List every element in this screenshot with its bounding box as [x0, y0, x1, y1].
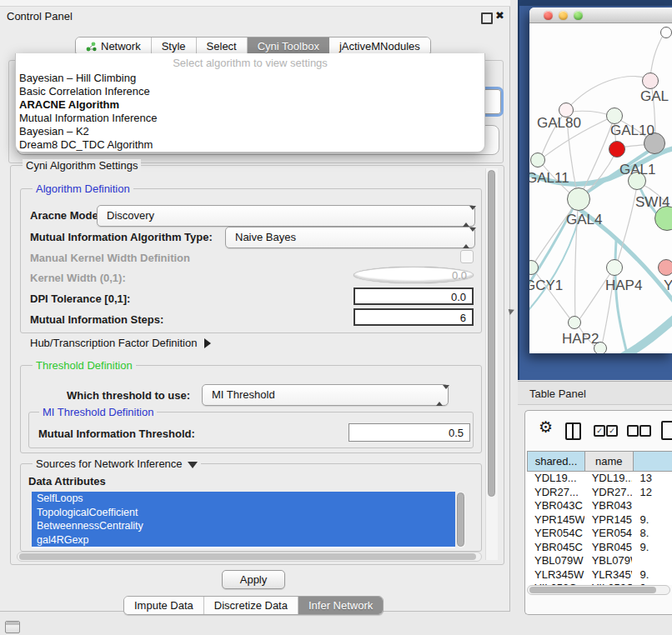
combo-arrows-icon — [436, 389, 444, 401]
mac-close-button[interactable] — [544, 11, 553, 20]
node-label: GAL — [640, 88, 669, 105]
table-header-row: shared...name — [527, 451, 672, 472]
attributes-list-scrollbar[interactable] — [457, 492, 465, 548]
tab-network[interactable]: Network — [76, 38, 152, 55]
apply-button[interactable]: Apply — [222, 570, 285, 589]
table-rows[interactable]: YDL19...YDL19...13YDR27...YDR27...12YBR0… — [527, 472, 672, 585]
kernel-width-label: Kernel Width (0,1): — [30, 272, 126, 284]
algorithm-option[interactable]: ARACNE Algorithm — [18, 98, 481, 112]
select-all-icon[interactable]: ✓ — [606, 425, 618, 437]
file-icon[interactable] — [661, 421, 672, 440]
node-salmon[interactable] — [658, 259, 672, 276]
table-row[interactable]: YBL079WYBL079W — [527, 554, 672, 568]
algorithm-option[interactable]: Bayesian – K2 — [18, 125, 481, 138]
settings-vertical-scrollbar[interactable] — [485, 168, 498, 560]
aracne-mode-combobox[interactable]: Discovery — [97, 205, 475, 227]
table-cell: 9. — [632, 513, 672, 528]
manual-kernel-checkbox[interactable] — [460, 250, 474, 263]
which-threshold-value: MI Threshold — [212, 388, 275, 401]
table-cell: YBR043C — [584, 499, 633, 513]
tab-impute-data[interactable]: Impute Data — [124, 597, 204, 614]
attribute-list-item[interactable]: gal4RGexp — [32, 533, 455, 548]
mac-minimize-button[interactable] — [559, 11, 568, 20]
node-label: GAL80 — [537, 115, 581, 132]
table-cell: YDL19... — [584, 472, 633, 486]
tab-jactivemnodules[interactable]: jActiveMNodules — [329, 38, 430, 55]
table-row[interactable]: YPR145WYPR145W9. — [527, 513, 672, 528]
algorithm-dropdown-placeholder: Select algorithm to view settings — [16, 57, 484, 69]
node-red[interactable] — [609, 141, 625, 158]
table-row[interactable]: YDR27...YDR27...12 — [527, 486, 672, 500]
settings-horizontal-scrollbar[interactable] — [17, 552, 482, 562]
table-cell: YPR145W — [584, 513, 633, 528]
node-hap2[interactable] — [568, 316, 581, 329]
tab-discretize-data[interactable]: Discretize Data — [204, 597, 298, 614]
node-label: GCY1 — [529, 278, 563, 294]
combo-arrows-icon — [463, 210, 470, 222]
data-attributes-list[interactable]: SelfLoopsTopologicalCoefficientBetweenne… — [32, 492, 455, 548]
aracne-mode-label: Aracne Mode: — [30, 209, 102, 222]
close-icon[interactable]: ✖ — [495, 9, 504, 22]
network-window-titlebar[interactable] — [529, 8, 672, 23]
node-gal-pink[interactable] — [642, 72, 659, 89]
attribute-list-item[interactable]: TopologicalCoefficient — [32, 506, 455, 520]
which-threshold-combobox[interactable]: MI Threshold — [202, 384, 449, 406]
node-top-partial[interactable] — [660, 27, 672, 38]
minimized-panel-icon[interactable] — [5, 621, 20, 633]
algorithm-option[interactable]: Bayesian – Hill Climbing — [18, 72, 481, 85]
data-attributes-label: Data Attributes — [28, 475, 106, 488]
panel-title: Control Panel — [7, 10, 73, 22]
table-row[interactable]: YDL19...YDL19...13 — [527, 472, 672, 486]
network-canvas[interactable]: GALGAL80GAL10GAL1GAL11SWI4GAL4GCY1HAP4YH… — [529, 23, 672, 353]
sources-title: Sources for Network Inference — [33, 458, 201, 470]
attribute-list-item[interactable]: SelfLoops — [32, 492, 455, 506]
table-row[interactable]: YLR345WYLR345W9. — [527, 568, 672, 582]
mi-threshold-label: Mutual Information Threshold: — [38, 428, 195, 440]
tab-cyni-toolbox[interactable]: Cyni Toolbox — [248, 38, 329, 55]
manual-kernel-label: Manual Kernel Width Definition — [30, 252, 190, 264]
columns-icon[interactable] — [565, 422, 581, 440]
node-label: HAP4 — [605, 278, 642, 294]
table-horizontal-scrollbar[interactable] — [527, 585, 670, 595]
attribute-list-item[interactable]: BetweennessCentrality — [32, 519, 455, 533]
mac-zoom-button[interactable] — [574, 11, 583, 20]
table-cell — [632, 499, 672, 513]
node-label: GAL10 — [610, 122, 654, 139]
algorithm-option[interactable]: Dream8 DC_TDC Algorithm — [18, 138, 481, 152]
mi-steps-field[interactable]: 6 — [354, 308, 474, 326]
deselect-all-icon[interactable] — [639, 425, 651, 437]
algorithm-option[interactable]: Basic Correlation Inference — [18, 85, 481, 98]
column-header[interactable] — [633, 451, 672, 472]
tab-select[interactable]: Select — [197, 38, 248, 55]
hub-transcription-section[interactable]: Hub/Transcription Factor Definition — [30, 337, 211, 349]
column-header[interactable]: name — [584, 451, 633, 472]
table-row[interactable]: YBR045CYBR045C9. — [527, 541, 672, 555]
table-cell: YLR345W — [527, 568, 584, 582]
tab-style[interactable]: Style — [152, 38, 197, 55]
mi-algorithm-type-combobox[interactable]: Naive Bayes — [225, 227, 475, 248]
algorithm-option[interactable]: Mutual Information Inference — [18, 112, 481, 125]
table-cell: YPR145W — [527, 513, 584, 528]
gear-icon[interactable]: ⚙ — [539, 419, 553, 435]
node-gal4[interactable] — [567, 188, 590, 211]
table-row[interactable]: YER054CYER054C8. — [527, 527, 672, 541]
node-hap4[interactable] — [606, 259, 623, 276]
node-gal11[interactable] — [530, 152, 545, 168]
select-all-icon[interactable]: ✓ — [594, 425, 605, 437]
node-gal10[interactable] — [606, 108, 623, 124]
table-cell: YBR045C — [584, 541, 633, 555]
table-cell: 8. — [632, 527, 672, 541]
kernel-width-field[interactable]: 0.0 — [354, 267, 474, 283]
dpi-tolerance-field[interactable]: 0.0 — [354, 288, 474, 305]
mi-threshold-field[interactable]: 0.5 — [349, 423, 470, 442]
deselect-all-icon[interactable] — [627, 425, 639, 437]
expanded-arrow-icon[interactable] — [188, 462, 198, 468]
table-panel-body: ⚙ ✓ ✓ shared...name YDL19...YDL19...13YD… — [518, 405, 672, 635]
column-header[interactable]: shared... — [527, 451, 584, 472]
frame-top-band — [519, 0, 672, 6]
table-cell — [632, 554, 672, 568]
tab-infer-network[interactable]: Infer Network — [298, 597, 383, 614]
collapsed-arrow-icon[interactable] — [204, 338, 211, 348]
float-window-icon[interactable] — [481, 12, 493, 24]
table-row[interactable]: YBR043CYBR043C — [527, 499, 672, 513]
